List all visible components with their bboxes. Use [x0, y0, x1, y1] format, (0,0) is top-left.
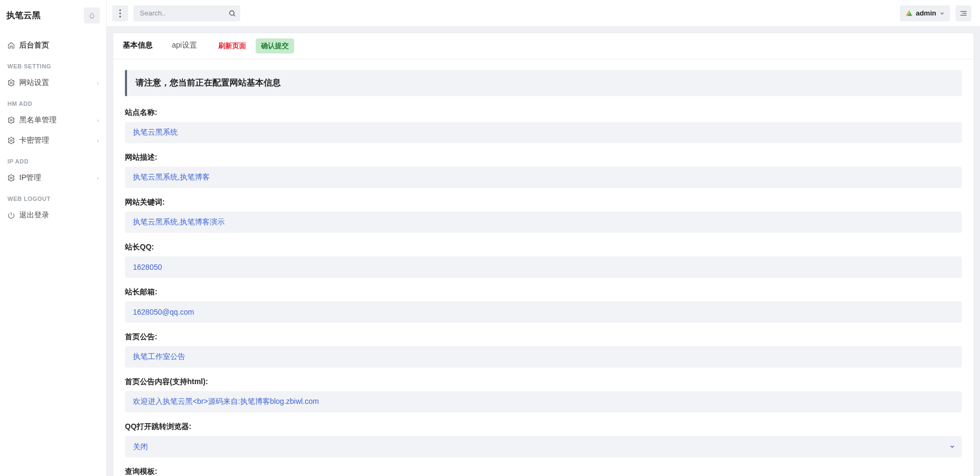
content: 基本信息 api设置 刷新页面 确认提交 请注意，您当前正在配置网站基本信息 站… [107, 27, 980, 476]
refresh-button[interactable]: 刷新页面 [213, 38, 251, 53]
notice-banner: 请注意，您当前正在配置网站基本信息 [125, 70, 962, 96]
nav-home-label: 后台首页 [19, 41, 49, 50]
user-name: admin [916, 9, 936, 17]
sidebar-header: 执笔云黑 [0, 0, 106, 31]
form-group: 站点名称: [125, 108, 962, 143]
form-label: 站点名称: [125, 108, 962, 118]
form-group: 首页公告: [125, 332, 962, 368]
settings-form: 站点名称:网站描述:网站关键词:站长QQ:站长邮箱:首页公告:首页公告内容(支持… [125, 108, 962, 476]
svg-point-2 [10, 139, 12, 142]
nav-section-hm-add: HM ADD [0, 93, 106, 110]
nav-section-ip-add: IP ADD [0, 151, 106, 168]
more-vertical-icon [119, 9, 121, 18]
form-group: 站长邮箱: [125, 287, 962, 323]
form-label: 网站关键词: [125, 198, 962, 207]
brand-title: 执笔云黑 [6, 10, 41, 21]
tab-api-settings[interactable]: api设置 [162, 33, 207, 59]
tab-actions: 刷新页面 确认提交 [207, 33, 301, 59]
panel-right-icon [960, 10, 967, 17]
tab-basic-info[interactable]: 基本信息 [113, 33, 162, 59]
main: admin 基本信息 api设置 刷新页面 确认提交 请注意，您当前正在配置网站… [107, 0, 980, 476]
nav-section-web-setting: WEB SETTING [0, 56, 106, 73]
form-input[interactable] [125, 346, 962, 368]
svg-point-4 [120, 9, 121, 11]
chevron-left-icon: ‹ [97, 80, 99, 86]
nav-item-label: 网站设置 [19, 78, 49, 88]
nav-home[interactable]: 后台首页 [0, 35, 106, 56]
chevron-left-icon: ‹ [97, 138, 99, 144]
nav-item-label: IP管理 [19, 173, 41, 183]
svg-point-0 [10, 82, 12, 84]
svg-point-6 [120, 15, 121, 17]
sidebar-nav: 后台首页 WEB SETTING 网站设置 ‹ HM ADD 黑名单管理 ‹ 卡… [0, 31, 106, 230]
form-input[interactable] [125, 122, 962, 143]
home-icon [7, 42, 15, 49]
settings-card: 基本信息 api设置 刷新页面 确认提交 请注意，您当前正在配置网站基本信息 站… [113, 33, 974, 476]
submit-button[interactable]: 确认提交 [256, 38, 294, 53]
search-wrap [133, 5, 240, 21]
power-icon [7, 212, 15, 219]
nav-item-blacklist[interactable]: 黑名单管理 ‹ [0, 110, 106, 130]
gear-icon [7, 116, 15, 124]
gear-icon [7, 137, 15, 144]
search-input[interactable] [133, 5, 240, 21]
form-input[interactable] [125, 391, 962, 412]
right-panel-toggle[interactable] [955, 5, 971, 21]
svg-point-1 [10, 119, 12, 121]
form-label: 网站描述: [125, 153, 962, 162]
form-select-wrap: 关闭 [125, 436, 962, 457]
form-group: 站长QQ: [125, 243, 962, 278]
chevron-left-icon: ‹ [97, 118, 99, 123]
form-label: 首页公告: [125, 332, 962, 342]
nav-item-label: 退出登录 [19, 210, 49, 220]
tabs: 基本信息 api设置 刷新页面 确认提交 [113, 33, 974, 59]
nav-item-card-keys[interactable]: 卡密管理 ‹ [0, 130, 106, 151]
user-menu[interactable]: admin [900, 5, 950, 21]
sidebar: 执笔云黑 后台首页 WEB SETTING 网站设置 ‹ HM ADD [0, 0, 107, 476]
brand-logo-icon [905, 10, 913, 17]
topbar: admin [107, 0, 980, 27]
chevron-down-icon [939, 11, 945, 16]
form-label: 站长邮箱: [125, 287, 962, 297]
form-group: 网站描述: [125, 153, 962, 188]
form-label: 首页公告内容(支持html): [125, 377, 962, 387]
form-input[interactable] [125, 301, 962, 323]
form-label: QQ打开跳转浏览器: [125, 422, 962, 432]
form-select[interactable]: 关闭 [125, 436, 962, 457]
gear-icon [7, 174, 15, 182]
nav-item-logout[interactable]: 退出登录 [0, 205, 106, 225]
menu-toggle-button[interactable] [112, 5, 128, 21]
svg-point-3 [10, 177, 12, 179]
panel-body: 请注意，您当前正在配置网站基本信息 站点名称:网站描述:网站关键词:站长QQ:站… [113, 59, 974, 476]
theme-toggle-button[interactable] [84, 7, 100, 24]
gear-icon [7, 79, 15, 87]
form-label: 站长QQ: [125, 243, 962, 252]
form-group: QQ打开跳转浏览器:关闭 [125, 422, 962, 457]
form-label: 查询模板: [125, 467, 962, 476]
nav-section-logout: WEB LOGOUT [0, 188, 106, 205]
svg-point-5 [120, 12, 121, 14]
chevron-left-icon: ‹ [97, 175, 99, 181]
search-icon [228, 10, 236, 17]
form-group: 网站关键词: [125, 198, 962, 233]
form-group: 查询模板:默认 [125, 467, 962, 476]
svg-point-7 [230, 11, 234, 15]
nav-item-ip[interactable]: IP管理 ‹ [0, 168, 106, 188]
droplet-icon [89, 12, 95, 19]
form-input[interactable] [125, 212, 962, 233]
form-group: 首页公告内容(支持html): [125, 377, 962, 412]
form-input[interactable] [125, 167, 962, 188]
nav-item-site-settings[interactable]: 网站设置 ‹ [0, 73, 106, 93]
form-input[interactable] [125, 256, 962, 278]
nav-item-label: 黑名单管理 [19, 115, 57, 125]
nav-item-label: 卡密管理 [19, 136, 49, 145]
